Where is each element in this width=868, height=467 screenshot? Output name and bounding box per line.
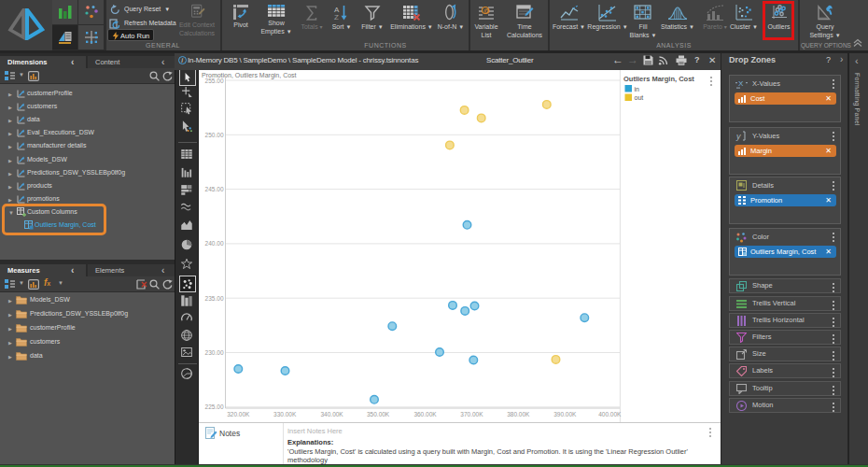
svg-text:390.00K: 390.00K [553, 411, 577, 417]
svg-text:340.00K: 340.00K [320, 411, 343, 417]
svg-text:in: in [635, 86, 640, 92]
svg-text:255.00: 255.00 [205, 78, 224, 84]
svg-text:Outliers Margin, Cost: Outliers Margin, Cost [623, 75, 694, 83]
svg-text:y: y [735, 132, 741, 141]
svg-text:235.00: 235.00 [205, 295, 224, 302]
svg-text:X: X [738, 79, 744, 88]
svg-text:out: out [635, 94, 644, 101]
svg-text:240.00: 240.00 [205, 240, 224, 247]
svg-text:330.00K: 330.00K [273, 411, 297, 417]
svg-text:Z: Z [334, 13, 339, 21]
svg-text:245.00: 245.00 [205, 186, 224, 192]
svg-text:225.00: 225.00 [205, 403, 224, 410]
svg-text:230.00: 230.00 [205, 349, 224, 356]
svg-text:@: @ [483, 7, 490, 14]
svg-text:370.00K: 370.00K [460, 411, 483, 417]
svg-text:400.00K: 400.00K [598, 411, 622, 417]
svg-text:380.00K: 380.00K [507, 411, 530, 417]
svg-text:250.00: 250.00 [205, 132, 224, 138]
svg-text:320.00K: 320.00K [227, 411, 250, 417]
svg-text:360.00K: 360.00K [413, 411, 437, 417]
svg-text:350.00K: 350.00K [367, 411, 390, 417]
